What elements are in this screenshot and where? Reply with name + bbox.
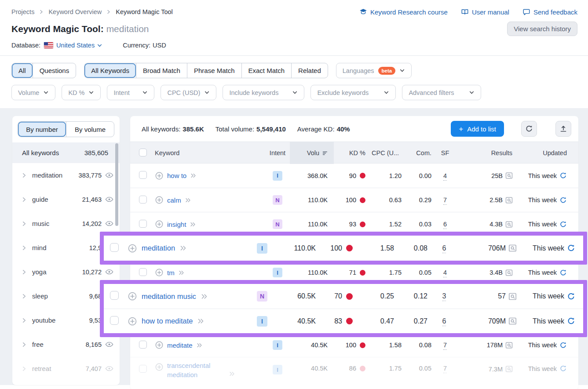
intent-filter-dropdown[interactable]: Intent [107,85,154,100]
refresh-icon[interactable] [559,365,567,372]
expand-keyword-icon[interactable] [229,371,235,377]
expand-group-icon[interactable] [21,293,27,299]
send-feedback-link[interactable]: Send feedback [522,8,577,16]
refresh-icon[interactable] [559,196,567,204]
tab-phrase-match[interactable]: Phrase Match [187,63,241,78]
row-checkbox[interactable] [139,196,147,204]
refresh-icon[interactable] [559,172,567,179]
refresh-table-button[interactable] [521,121,537,137]
tab-by-number[interactable]: By number [18,122,66,137]
expand-group-icon[interactable] [21,172,27,178]
keyword-link[interactable]: how to [167,172,186,179]
refresh-icon[interactable] [559,342,567,349]
add-keyword-icon[interactable] [155,268,164,277]
breadcrumb-keyword-overview[interactable]: Keyword Overview [48,8,102,15]
select-all-checkbox[interactable] [139,149,147,156]
user-manual-link[interactable]: User manual [461,8,509,16]
sf-value[interactable]: 6 [443,221,447,229]
row-checkbox[interactable] [110,243,119,252]
expand-group-icon[interactable] [21,196,27,203]
keyword-link[interactable]: tm [167,269,175,276]
sidebar-group-retreat[interactable]: retreat 7,407 [12,356,120,381]
serp-icon[interactable] [505,341,513,349]
serp-icon[interactable] [505,196,513,204]
sidebar-group-guide[interactable]: guide 21,463 [12,187,120,211]
tab-all[interactable]: All [12,63,33,78]
tab-broad-match[interactable]: Broad Match [136,63,187,78]
expand-group-icon[interactable] [21,342,27,348]
keyword-link[interactable]: meditate [167,342,193,349]
languages-dropdown[interactable]: Languages beta [336,63,412,78]
eye-icon[interactable] [105,219,113,228]
include-keywords-dropdown[interactable]: Include keywords [223,85,304,100]
add-keyword-icon[interactable] [155,341,164,349]
refresh-icon[interactable] [567,317,575,325]
add-keyword-icon[interactable] [128,291,137,301]
expand-keyword-icon[interactable] [201,293,208,300]
refresh-icon[interactable] [567,292,575,301]
column-updated[interactable]: Updated [513,149,570,156]
expand-group-icon[interactable] [21,269,27,275]
add-keyword-icon[interactable] [155,363,164,371]
exclude-keywords-dropdown[interactable]: Exclude keywords [310,85,396,100]
refresh-icon[interactable] [559,221,567,228]
row-checkbox[interactable] [110,291,119,300]
keyword-link[interactable]: transcendental meditation [167,361,225,379]
sf-value[interactable]: 7 [443,365,447,373]
add-keyword-icon[interactable] [128,244,137,253]
expand-group-icon[interactable] [21,221,27,227]
keyword-link[interactable]: calm [167,196,181,204]
expand-keyword-icon[interactable] [197,317,205,325]
sf-value[interactable]: 6 [442,317,446,326]
serp-icon[interactable] [508,292,517,301]
sidebar-all-keywords-row[interactable]: All keywords 385,605 [12,142,120,163]
row-checkbox[interactable] [139,268,147,276]
sidebar-scrollbar[interactable] [115,143,118,226]
expand-keyword-icon[interactable] [179,244,187,252]
serp-icon[interactable] [505,220,513,229]
keyword-research-course-link[interactable]: Keyword Research course [359,8,448,16]
expand-keyword-icon[interactable] [196,342,203,349]
sf-value[interactable]: 3 [442,292,446,301]
row-checkbox[interactable] [110,316,119,325]
column-volume[interactable]: Volu [290,142,334,164]
eye-icon[interactable] [105,195,113,204]
tab-exact-match[interactable]: Exact Match [241,63,292,78]
add-to-list-button[interactable]: + Add to list [451,121,504,137]
row-checkbox[interactable] [139,171,147,179]
eye-icon[interactable] [105,364,113,373]
refresh-icon[interactable] [567,244,575,252]
expand-keyword-icon[interactable] [190,221,196,228]
sidebar-group-meditation[interactable]: meditation 383,775 [12,163,120,187]
tab-related[interactable]: Related [291,63,328,78]
add-keyword-icon[interactable] [155,171,164,180]
keyword-link[interactable]: how to meditate [142,317,193,325]
expand-keyword-icon[interactable] [185,197,191,204]
export-button[interactable] [555,121,571,137]
serp-icon[interactable] [505,269,513,277]
breadcrumb-projects[interactable]: Projects [11,8,34,15]
sf-value[interactable]: 7 [443,342,447,350]
expand-group-icon[interactable] [21,245,27,251]
serp-icon[interactable] [505,365,513,373]
refresh-icon[interactable] [559,269,567,276]
row-checkbox[interactable] [139,220,147,228]
expand-group-icon[interactable] [21,366,27,372]
expand-keyword-icon[interactable] [178,269,185,276]
tab-questions[interactable]: Questions [33,63,76,78]
sf-value[interactable]: 4 [443,269,447,277]
sf-value[interactable]: 7 [443,196,447,205]
cpc-filter-dropdown[interactable]: CPC (USD) [161,85,216,100]
add-keyword-icon[interactable] [155,220,164,229]
column-sf[interactable]: SF [435,149,455,156]
column-com[interactable]: Com. [405,149,435,156]
tab-by-volume[interactable]: By volume [66,122,114,137]
column-results[interactable]: Results [455,149,513,156]
view-search-history-button[interactable]: View search history [507,22,577,36]
row-checkbox[interactable] [139,365,147,373]
kd-filter-dropdown[interactable]: KD % [62,85,101,100]
column-kd[interactable]: KD % [334,149,368,156]
eye-icon[interactable] [105,268,113,276]
volume-filter-dropdown[interactable]: Volume [11,85,55,100]
tab-all-keywords[interactable]: All Keywords [84,63,136,78]
